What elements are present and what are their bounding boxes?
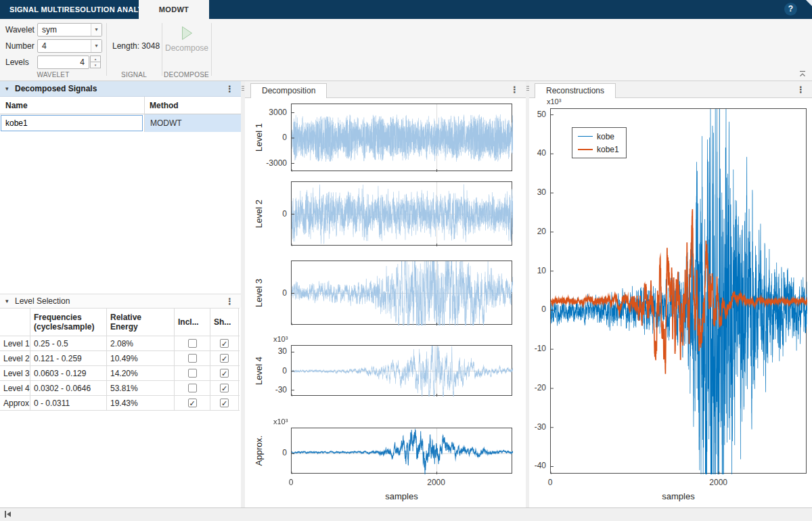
legend-line-kobe [578,136,593,137]
show-header: Sh... [210,309,239,336]
levels-input[interactable]: 4 [37,55,89,69]
include-checkbox[interactable] [188,354,197,363]
include-checkbox[interactable] [188,369,197,378]
tab-modwt[interactable]: MODWT [139,0,209,19]
legend[interactable]: kobekobe1 [572,127,627,158]
include-checkbox[interactable]: ✓ [188,399,197,407]
table-row[interactable]: Approx. 0 - 0.0311 19.43% ✓ ✓ [0,396,240,411]
row-label: Level 2 [0,351,30,365]
splitter-grip-icon [526,86,529,92]
plot-level2 [291,181,512,246]
decompose-button[interactable]: Decompose [164,22,209,69]
statusbar [0,507,812,521]
menu-icon[interactable]: ⋮ [225,294,234,309]
signal-name-input[interactable]: kobe1 [1,115,143,131]
levels-spinner[interactable]: 4 ▴ ▾ [37,55,101,69]
splitter-grip-icon [242,86,244,92]
wavelet-dropdown[interactable]: sym ▾ [37,23,102,37]
tab-decomposition[interactable]: Decomposition [250,83,327,98]
collapse-triangle-icon[interactable]: ▾ [5,81,9,97]
show-checkbox[interactable]: ✓ [220,354,229,363]
spinner-down-button[interactable]: ▾ [90,62,101,68]
ytick-label: -30 [529,422,546,432]
freq-cell: 0 - 0.0311 [30,396,107,410]
number-dropdown[interactable]: 4 ▾ [37,39,102,53]
show-checkbox[interactable]: ✓ [220,369,229,378]
x-axis-label: samples [291,491,512,501]
signal-multiresolution-analyzer-app: SIGNAL MULTIRESOLUTION ANALYZER MODWT ? … [0,0,812,521]
spinner-buttons: ▴ ▾ [90,55,101,69]
help-button[interactable]: ? [784,3,797,16]
reconstructions-tabstrip: Reconstructions ⋮ [529,81,812,98]
ytick-label: -30 [245,385,287,394]
method-column-header: Method [150,97,179,114]
signal-row[interactable]: kobe1 MODWT [0,114,241,132]
dropdown-arrow-icon[interactable]: ▾ [91,40,102,52]
wavelet-section-label: WAVELET [0,71,106,78]
tab-reconstructions[interactable]: Reconstructions [535,83,616,98]
menu-icon[interactable]: ⋮ [510,81,519,98]
table-row[interactable]: Level 3 0.0603 - 0.129 14.20% ✓ [0,366,240,381]
legend-line-kobe1 [578,149,593,150]
plot-level3 [291,260,512,325]
level-selection-header[interactable]: ▾ Level Selection ⋮ [0,294,241,308]
ytick-label: 30 [245,346,287,356]
collapse-panel-button[interactable] [5,511,13,518]
table-row[interactable]: Level 4 0.0302 - 0.0646 53.81% ✓ [0,381,240,396]
energy-cell: 53.81% [107,381,175,395]
decomposed-signals-title: Decomposed Signals [15,81,97,97]
titlebar: SIGNAL MULTIRESOLUTION ANALYZER MODWT ? [0,0,812,19]
freq-cell: 0.0302 - 0.0646 [30,381,107,395]
decomposition-plots: Level 130000-3000Level 20Level 30Level 4… [245,81,526,507]
energy-header: Relative Energy [107,309,175,336]
show-checkbox[interactable]: ✓ [220,399,229,407]
ytick-label: 3000 [245,108,287,117]
ytick-label: 0 [245,209,287,219]
show-checkbox[interactable]: ✓ [220,339,229,348]
help-icon: ? [788,4,793,14]
row-label: Level 3 [0,366,30,380]
decompose-section-label: DECOMPOSE [162,71,211,78]
ytick-label: 50 [529,110,546,119]
ytick-label: 0 [245,366,287,376]
exponent-label: x10³ [547,97,561,106]
collapse-triangle-icon[interactable]: ▾ [5,294,9,309]
freq-cell: 0.121 - 0.259 [30,351,107,365]
row-label: Level 1 [0,336,30,350]
plot-level4 [291,345,512,396]
legend-entry: kobe [578,131,619,141]
table-row[interactable]: Level 2 0.121 - 0.259 10.49% ✓ [0,351,240,366]
menu-icon[interactable]: ⋮ [225,81,234,97]
legend-label: kobe [597,132,614,141]
signal-name-cell: kobe1 [0,114,144,132]
collapse-toolstrip-icon[interactable] [798,70,807,78]
plot-approx [291,428,512,474]
xtick-label: 0 [537,478,564,487]
reconstructions-plots: 50403020100-10-20-30-40x10³02000samplesk… [529,81,812,507]
xtick-label: 2000 [705,478,732,487]
energy-cell: 19.43% [107,396,175,410]
freq-cell: 0.25 - 0.5 [30,336,107,350]
include-checkbox[interactable] [188,384,197,392]
energy-cell: 10.49% [107,351,175,365]
plot-level1 [291,104,512,171]
show-checkbox[interactable]: ✓ [220,384,229,392]
ytick-label: 0 [529,304,546,314]
include-checkbox[interactable] [188,339,197,348]
xtick-label: 0 [277,478,304,487]
ytick-label: 10 [529,266,546,275]
decomposition-panel: Level 130000-3000Level 20Level 30Level 4… [245,81,526,507]
signal-method-cell: MODWT [145,114,241,132]
decomposed-signals-panel: ▾ Decomposed Signals ⋮ Name Method kobe1… [0,81,241,507]
number-label: Number [5,39,35,53]
wavelet-label: Wavelet [5,23,35,37]
energy-cell: 14.20% [107,366,175,380]
main-area: ▾ Decomposed Signals ⋮ Name Method kobe1… [0,81,812,507]
signal-section-label: SIGNAL [106,71,162,78]
table-row[interactable]: Level 1 0.25 - 0.5 2.08% ✓ [0,336,240,351]
plot-reconstructions [550,108,807,474]
dropdown-arrow-icon[interactable]: ▾ [91,24,102,36]
decomposed-signals-header[interactable]: ▾ Decomposed Signals ⋮ [0,81,241,97]
menu-icon[interactable]: ⋮ [796,81,805,98]
ytick-label: 0 [245,288,287,298]
